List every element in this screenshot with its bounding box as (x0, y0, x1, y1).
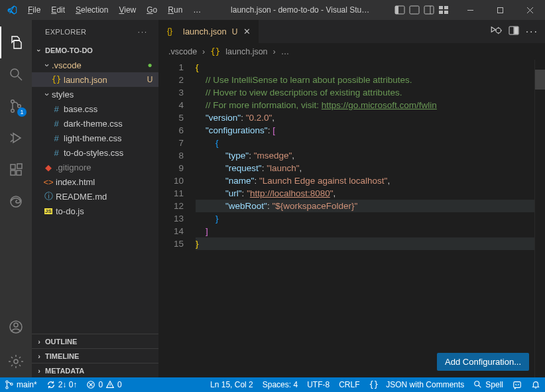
status-indent[interactable]: Spaces: 4 (258, 377, 302, 392)
svg-rect-2 (410, 6, 419, 14)
breadcrumb[interactable]: .vscode › {} launch.json › … (159, 43, 545, 60)
svg-point-33 (6, 381, 8, 383)
activity-extensions-icon[interactable] (0, 154, 32, 186)
breadcrumb-file[interactable]: launch.json (225, 47, 267, 56)
json-file-icon: {} (210, 46, 220, 56)
close-icon[interactable]: ✕ (241, 27, 252, 36)
menu-selection[interactable]: Selection (71, 3, 113, 17)
status-eol[interactable]: CRLF (334, 377, 364, 392)
svg-point-40 (475, 381, 479, 386)
tree-item-label: light-theme.css (64, 133, 154, 143)
activity-search-icon[interactable] (0, 58, 32, 90)
svg-rect-21 (17, 170, 21, 175)
editor-layout-icons[interactable] (394, 5, 449, 15)
file-base-css[interactable]: #base.css (32, 101, 158, 116)
svg-rect-7 (439, 11, 443, 14)
minimap[interactable] (534, 60, 545, 377)
menu-go[interactable]: Go (142, 3, 162, 17)
status-problems[interactable]: 0 0 (82, 377, 126, 392)
status-spell[interactable]: Spell (469, 377, 508, 392)
breadcrumb-folder[interactable]: .vscode (168, 47, 197, 56)
section-timeline[interactable]: ›TIMELINE (32, 348, 158, 363)
status-branch[interactable]: main* (0, 377, 42, 392)
line-gutter: 123456789101112131415 (159, 60, 196, 377)
chevron-right-icon: › (34, 338, 44, 346)
menu-edit[interactable]: Edit (46, 3, 70, 17)
svg-rect-5 (439, 6, 443, 9)
menu-…[interactable]: … (188, 3, 206, 17)
status-encoding[interactable]: UTF-8 (302, 377, 334, 392)
svg-rect-1 (395, 6, 398, 14)
minimize-button[interactable] (455, 0, 485, 20)
file-light-theme-css[interactable]: #light-theme.css (32, 131, 158, 145)
split-editor-icon[interactable] (509, 25, 519, 38)
status-bell-icon[interactable] (526, 377, 545, 392)
svg-rect-10 (498, 7, 503, 13)
tree-item-label: index.html (56, 177, 154, 187)
info-icon: ⓘ (42, 190, 54, 202)
activity-account-icon[interactable] (0, 311, 32, 343)
folder--vscode[interactable]: ›.vscode● (32, 58, 158, 72)
panel-right-off-icon[interactable] (424, 5, 434, 15)
tree-item-label: base.css (64, 104, 154, 114)
activity-settings-icon[interactable] (0, 346, 32, 377)
tab-label: launch.json (183, 27, 227, 36)
section-outline[interactable]: ›OUTLINE (32, 334, 158, 348)
editor-more-icon[interactable]: ··· (526, 26, 538, 38)
svg-line-43 (515, 384, 516, 385)
status-feedback-icon[interactable] (508, 377, 526, 392)
file-to-do-styles-css[interactable]: #to-do-styles.css (32, 145, 158, 160)
sidebar-more-icon[interactable]: ··· (138, 28, 148, 36)
menubar: FileEditSelectionViewGoRun… (23, 3, 206, 17)
breadcrumb-ellipsis[interactable]: … (281, 47, 290, 56)
panel-left-icon[interactable] (394, 5, 405, 15)
code-area[interactable]: 123456789101112131415 { // Use IntelliSe… (159, 60, 545, 377)
close-button[interactable] (515, 0, 545, 20)
file-to-do-js[interactable]: JSto-do.js (32, 204, 158, 218)
tree-item-label: launch.json (64, 75, 143, 85)
file-launch-json[interactable]: {}launch.jsonU (32, 72, 158, 87)
status-language[interactable]: {} JSON with Comments (364, 377, 469, 392)
tree-item-label: styles (52, 90, 154, 99)
add-configuration-button[interactable]: Add Configuration... (437, 353, 529, 371)
chevron-icon: › (42, 60, 52, 70)
run-debug-icon[interactable] (490, 25, 502, 38)
folder-styles[interactable]: ›styles (32, 87, 158, 101)
file--gitignore[interactable]: ◆.gitignore (32, 160, 158, 174)
activity-scm-icon[interactable]: 1 (0, 90, 32, 122)
root-folder-label: DEMO-TO-DO (45, 46, 93, 54)
file-index-html[interactable]: <>index.html (32, 174, 158, 189)
folder-root[interactable]: › DEMO-TO-DO (32, 43, 158, 58)
minimap-slider[interactable] (535, 70, 545, 90)
status-cursor[interactable]: Ln 15, Col 2 (206, 377, 258, 392)
editor-group: {} launch.json U ✕ ··· .vscode › {} laun… (159, 20, 545, 377)
activity-edge-icon[interactable] (0, 186, 32, 218)
file-README-md[interactable]: ⓘREADME.md (32, 189, 158, 204)
svg-rect-6 (444, 6, 448, 9)
activity-debug-icon[interactable] (0, 122, 32, 154)
chevron-right-icon: › (202, 47, 205, 56)
svg-point-13 (11, 69, 19, 77)
layout-grid-icon[interactable] (438, 5, 449, 15)
code-body[interactable]: { // Use IntelliSense to learn about pos… (196, 60, 534, 377)
menu-file[interactable]: File (23, 3, 45, 17)
section-metadata[interactable]: ›METADATA (32, 363, 158, 377)
menu-view[interactable]: View (114, 3, 141, 17)
svg-marker-18 (13, 133, 21, 143)
tree-item-label: to-do-styles.css (64, 148, 154, 158)
status-sync[interactable]: 2↓ 0↑ (42, 377, 82, 392)
svg-rect-20 (11, 170, 15, 175)
panel-bottom-icon[interactable] (409, 5, 420, 15)
svg-rect-3 (424, 6, 434, 14)
tabs-bar: {} launch.json U ✕ ··· (159, 20, 545, 43)
sidebar-title: EXPLORER (45, 28, 86, 36)
chevron-down-icon: › (35, 46, 43, 55)
tree-item-label: dark-theme.css (64, 119, 154, 129)
menu-run[interactable]: Run (163, 3, 187, 17)
maximize-button[interactable] (485, 0, 515, 20)
activity-explorer-icon[interactable] (0, 27, 32, 58)
hash-icon: # (50, 148, 62, 158)
file-dark-theme-css[interactable]: #dark-theme.css (32, 116, 158, 131)
svg-rect-32 (515, 27, 518, 34)
tab-launch-json[interactable]: {} launch.json U ✕ (159, 20, 259, 43)
